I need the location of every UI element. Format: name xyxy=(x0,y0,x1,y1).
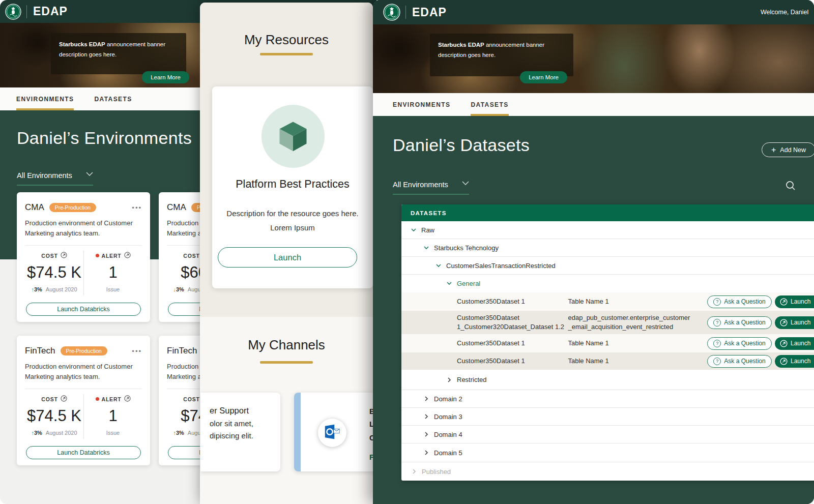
tree-node-published[interactable]: Published xyxy=(401,462,814,481)
dataset-table-name: Table Name 1 xyxy=(568,297,691,306)
resource-launch-button[interactable]: Launch xyxy=(218,247,357,268)
chevron-right-icon[interactable] xyxy=(423,450,429,455)
trend-percent: 3% xyxy=(176,430,184,436)
filter-underline xyxy=(17,185,93,186)
channel-card-outlook[interactable] xyxy=(294,393,373,471)
launch-databricks-button[interactable]: Launch Databricks xyxy=(26,303,141,316)
launch-button[interactable]: Launch xyxy=(775,316,814,329)
starbucks-logo-icon xyxy=(5,4,21,20)
my-channels-title: My Channels xyxy=(200,337,373,353)
chevron-down-icon[interactable] xyxy=(423,246,429,250)
tree-node-domain-5[interactable]: Domain 5 xyxy=(401,443,814,462)
ask-question-label: Ask a Question xyxy=(724,358,765,365)
tree-node-domain-2[interactable]: Domain 2 xyxy=(401,390,814,408)
add-new-button[interactable]: + Add New xyxy=(762,142,814,157)
chevron-down-icon[interactable] xyxy=(435,264,442,268)
tree-node-customer-sales[interactable]: CustomerSalesTransactionRestricted xyxy=(401,257,814,275)
announcement-line2: description goes here. xyxy=(59,51,117,57)
chevron-right-icon[interactable] xyxy=(423,414,429,419)
page-title-environments: Daniel’s Environments xyxy=(17,128,192,148)
channel-text-fragment: dipiscing elit. xyxy=(210,431,275,440)
open-cost-icon[interactable] xyxy=(61,395,67,403)
question-icon: ? xyxy=(713,340,721,347)
datasets-content: Daniel’s Datasets + Add New All Environm… xyxy=(373,116,814,504)
search-icon[interactable] xyxy=(785,180,796,193)
alert-dot-icon xyxy=(96,254,99,257)
learn-more-button[interactable]: Learn More xyxy=(520,71,567,83)
ask-question-button[interactable]: ?Ask a Question xyxy=(707,355,772,368)
dataset-row: Customer350Dataset 1 Table Name 1 ?Ask a… xyxy=(401,292,814,311)
tab-environments[interactable]: ENVIRONMENTS xyxy=(393,93,450,116)
announcement-bold: Starbucks EDAP xyxy=(438,42,484,48)
environment-card-cma: CMA Pre-Production ••• Production enviro… xyxy=(17,192,150,322)
ask-question-button[interactable]: ?Ask a Question xyxy=(707,337,772,350)
hero-photo-banner: Starbucks EDAP announcement bannerdescri… xyxy=(373,24,814,93)
dataset-name: Customer350Dataset 1_Customer320Dataset_… xyxy=(457,313,568,331)
channel-accent-bar xyxy=(294,393,301,471)
ask-question-button[interactable]: ?Ask a Question xyxy=(707,316,772,329)
ask-question-button[interactable]: ?Ask a Question xyxy=(707,295,772,308)
dataset-name: Customer350Dataset 1 xyxy=(457,297,568,306)
tree-label: Starbucks Tehcnology xyxy=(434,244,499,252)
alert-count: 1 xyxy=(84,407,142,425)
environment-name: CMA xyxy=(25,202,44,213)
tree-label: Domain 3 xyxy=(434,413,462,421)
clipped-link-fragment: F xyxy=(369,453,373,461)
trend-percent: 3% xyxy=(34,430,42,436)
open-alert-icon[interactable] xyxy=(124,395,131,403)
environments-filter-dropdown[interactable]: All Environments xyxy=(17,171,93,186)
tab-datasets[interactable]: DATASETS xyxy=(471,93,508,116)
dataset-table-name: Table Name 1 xyxy=(568,357,691,366)
tree-node-raw[interactable]: Raw xyxy=(401,221,814,239)
plus-icon: + xyxy=(771,145,776,155)
chevron-right-icon[interactable] xyxy=(423,396,429,401)
question-icon: ? xyxy=(713,358,721,365)
chevron-down-icon[interactable] xyxy=(411,228,417,232)
chevron-right-icon[interactable] xyxy=(423,432,429,437)
launch-button[interactable]: Launch xyxy=(775,337,814,350)
launch-button[interactable]: Launch xyxy=(775,295,814,308)
alert-dot-icon xyxy=(96,397,99,401)
status-badge: Pre-Production xyxy=(49,203,96,212)
tree-node-restricted[interactable]: Restricted xyxy=(401,370,814,390)
channel-card-support[interactable]: er Support olor sit amet, dipiscing elit… xyxy=(200,393,280,471)
outlook-icon-circle xyxy=(318,419,346,447)
arrow-circle-icon xyxy=(780,298,788,306)
chevron-right-icon[interactable] xyxy=(411,469,417,474)
cube-icon xyxy=(273,115,313,157)
open-alert-icon[interactable] xyxy=(124,252,131,259)
ask-question-label: Ask a Question xyxy=(724,298,765,305)
clipped-text-fragment: B xyxy=(369,407,373,416)
chevron-right-icon[interactable] xyxy=(446,377,452,382)
announcement-text: announcement banner xyxy=(105,41,165,47)
card-divider xyxy=(25,245,142,246)
tree-node-domain-4[interactable]: Domain 4 xyxy=(401,426,814,443)
open-cost-icon[interactable] xyxy=(61,252,67,259)
launch-databricks-button[interactable]: Launch Databricks xyxy=(26,446,141,459)
datasets-filter-dropdown[interactable]: All Environments xyxy=(393,180,469,195)
tree-label: Domain 2 xyxy=(434,395,462,403)
chevron-down-icon[interactable] xyxy=(446,282,452,285)
card-menu-icon[interactable]: ••• xyxy=(132,347,142,355)
ask-question-label: Ask a Question xyxy=(724,319,765,326)
tree-label: Restricted xyxy=(457,376,487,383)
environment-name: FinTech xyxy=(167,346,197,356)
tree-node-domain-3[interactable]: Domain 3 xyxy=(401,408,814,426)
learn-more-button[interactable]: Learn More xyxy=(142,71,189,83)
channel-title-fragment: er Support xyxy=(210,406,275,416)
tree-node-general[interactable]: General xyxy=(401,275,814,292)
arrow-circle-icon xyxy=(780,319,788,327)
datasets-screen: EDAP Welcome, Daniel Starbucks EDAP anno… xyxy=(373,0,814,504)
alert-unit: Issue xyxy=(84,430,142,436)
dataset-row: Customer350Dataset 1 Table Name 1 ?Ask a… xyxy=(401,334,814,352)
tab-environments[interactable]: ENVIRONMENTS xyxy=(16,87,74,110)
card-menu-icon[interactable]: ••• xyxy=(132,204,142,212)
tree-node-starbucks-technology[interactable]: Starbucks Tehcnology xyxy=(401,239,814,257)
tab-datasets[interactable]: DATASETS xyxy=(94,87,132,110)
dataset-name: Customer350Dataset 1 xyxy=(457,357,568,366)
card-divider xyxy=(25,389,142,389)
dataset-row: Customer350Dataset 1_Customer320Dataset_… xyxy=(401,311,814,334)
launch-button[interactable]: Launch xyxy=(775,355,814,368)
environment-name: FinTech xyxy=(25,346,55,356)
tree-label: Raw xyxy=(421,226,434,234)
